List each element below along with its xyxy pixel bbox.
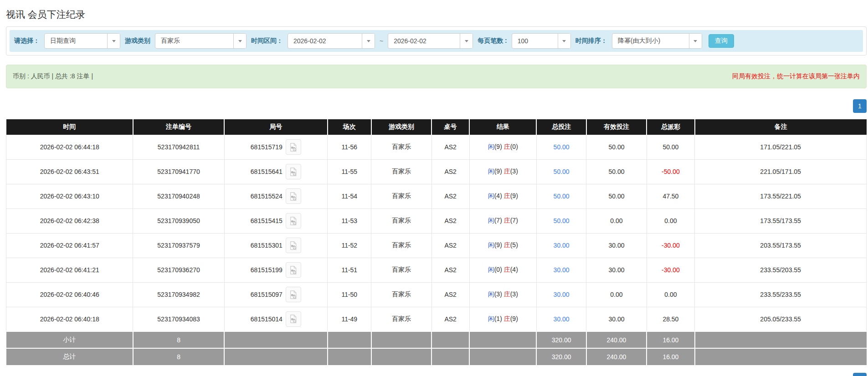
round-cell: 681515199 — [224, 258, 328, 282]
total-bet-link[interactable]: 50.00 — [536, 184, 586, 208]
session: 11-54 — [328, 184, 371, 208]
payout: -50.00 — [647, 159, 695, 184]
col-result: 结果 — [469, 119, 536, 135]
total-bet-link[interactable]: 50.00 — [536, 159, 586, 184]
result-cell: 闲(3) 庄(3) — [469, 282, 536, 307]
video-replay-button[interactable] — [286, 287, 301, 302]
valid-bet: 50.00 — [586, 184, 647, 208]
col-session: 场次 — [328, 119, 371, 135]
sort-order-value: 降幂(由大到小) — [612, 34, 689, 48]
total-bet-link[interactable]: 30.00 — [536, 233, 586, 258]
pagination-top: 1 — [6, 99, 867, 113]
table-number: AS2 — [431, 307, 469, 331]
game-type: 百家乐 — [371, 208, 431, 233]
table-row: 2026-02-02 06:43:10 523170940248 6815155… — [6, 184, 867, 208]
valid-bet: 30.00 — [586, 258, 647, 282]
total-bet-link[interactable]: 30.00 — [536, 307, 586, 331]
date-to-select[interactable]: 2026-02-02 — [388, 33, 473, 49]
video-file-icon — [288, 290, 298, 300]
banker-label: 庄 — [504, 168, 510, 175]
sort-order-label: 时间排序： — [575, 37, 607, 45]
caret-down-icon[interactable] — [233, 34, 246, 48]
video-replay-button[interactable] — [286, 164, 301, 179]
valid-bet: 0.00 — [586, 282, 647, 307]
caret-down-icon[interactable] — [558, 34, 570, 48]
payout: 28.50 — [647, 307, 695, 331]
bet-id: 523170936270 — [133, 258, 224, 282]
banker-label: 庄 — [504, 315, 510, 322]
banker-score: (4) — [510, 266, 518, 273]
caret-down-icon[interactable] — [362, 34, 375, 48]
round-id: 681515014 — [251, 315, 282, 323]
subtotal-total-bet: 320.00 — [536, 331, 586, 348]
empty-cell — [695, 331, 867, 348]
banker-label: 庄 — [504, 143, 510, 150]
pagination-page-1[interactable]: 1 — [853, 99, 867, 113]
tilde-separator: ~ — [380, 37, 383, 45]
col-time: 时间 — [6, 119, 133, 135]
result-cell: 闲(0) 庄(4) — [469, 258, 536, 282]
total-label: 总计 — [6, 348, 133, 365]
player-score: (0) — [494, 266, 502, 273]
caret-down-icon[interactable] — [689, 34, 702, 48]
sort-order-select[interactable]: 降幂(由大到小) — [612, 33, 702, 49]
video-replay-button[interactable] — [286, 262, 301, 278]
table-number: AS2 — [431, 258, 469, 282]
video-replay-button[interactable] — [286, 238, 301, 253]
bet-id: 523170942811 — [133, 135, 224, 159]
table-number: AS2 — [431, 233, 469, 258]
valid-bet: 50.00 — [586, 135, 647, 159]
col-payout: 总派彩 — [647, 119, 695, 135]
empty-cell — [431, 348, 469, 365]
col-remark: 备注 — [695, 119, 867, 135]
video-replay-button[interactable] — [286, 311, 301, 327]
table-row: 2026-02-02 06:40:18 523170934083 6815150… — [6, 307, 867, 331]
session: 11-49 — [328, 307, 371, 331]
col-bet-id: 注单编号 — [133, 119, 224, 135]
video-replay-button[interactable] — [286, 139, 301, 155]
table-row: 2026-02-02 06:42:38 523170939050 6815154… — [6, 208, 867, 233]
remark: 171.05/221.05 — [695, 135, 867, 159]
caret-down-icon[interactable] — [107, 34, 120, 48]
video-replay-button[interactable] — [286, 213, 301, 229]
session: 11-51 — [328, 258, 371, 282]
query-button[interactable]: 查询 — [709, 34, 734, 48]
session: 11-56 — [328, 135, 371, 159]
betting-records-table: 时间 注单编号 局号 场次 游戏类别 桌号 结果 总投注 有效投注 总派彩 备注… — [6, 119, 867, 365]
page-size-select[interactable]: 100 — [512, 33, 571, 49]
payout: -30.00 — [647, 258, 695, 282]
payout: 50.00 — [647, 135, 695, 159]
banker-label: 庄 — [504, 217, 510, 224]
player-score: (9) — [494, 143, 502, 150]
banker-score: (3) — [510, 168, 518, 175]
bet-id: 523170939050 — [133, 208, 224, 233]
summary-bar: 币别 : 人民币 | 总共 :8 注单 | 同局有效投注，统一计算在该局第一张注… — [6, 65, 867, 88]
result-cell: 闲(9) 庄(3) — [469, 159, 536, 184]
empty-cell — [695, 348, 867, 365]
bet-id: 523170941770 — [133, 159, 224, 184]
col-valid-bet: 有效投注 — [586, 119, 647, 135]
game-type: 百家乐 — [371, 184, 431, 208]
table-number: AS2 — [431, 184, 469, 208]
date-from-select[interactable]: 2026-02-02 — [288, 33, 375, 49]
total-bet-link[interactable]: 50.00 — [536, 135, 586, 159]
game-type-select[interactable]: 百家乐 — [155, 33, 247, 49]
pagination-page-1-bottom[interactable] — [853, 373, 867, 376]
table-row: 2026-02-02 06:40:46 523170934982 6815150… — [6, 282, 867, 307]
session: 11-52 — [328, 233, 371, 258]
total-bet-link[interactable]: 30.00 — [536, 282, 586, 307]
video-replay-button[interactable] — [286, 188, 301, 204]
round-cell: 681515301 — [224, 233, 328, 258]
total-bet-link[interactable]: 50.00 — [536, 208, 586, 233]
table-row: 2026-02-02 06:44:18 523170942811 6815157… — [6, 135, 867, 159]
caret-down-icon[interactable] — [460, 34, 473, 48]
player-label: 闲 — [488, 143, 494, 150]
game-type-value: 百家乐 — [155, 34, 233, 48]
query-type-select[interactable]: 日期查询 — [44, 33, 120, 49]
valid-bet: 30.00 — [586, 233, 647, 258]
total-bet-link[interactable]: 30.00 — [536, 258, 586, 282]
table-row: 2026-02-02 06:41:57 523170937579 6815153… — [6, 233, 867, 258]
table-header-row: 时间 注单编号 局号 场次 游戏类别 桌号 结果 总投注 有效投注 总派彩 备注 — [6, 119, 867, 135]
bet-time: 2026-02-02 06:43:10 — [6, 184, 133, 208]
table-number: AS2 — [431, 208, 469, 233]
